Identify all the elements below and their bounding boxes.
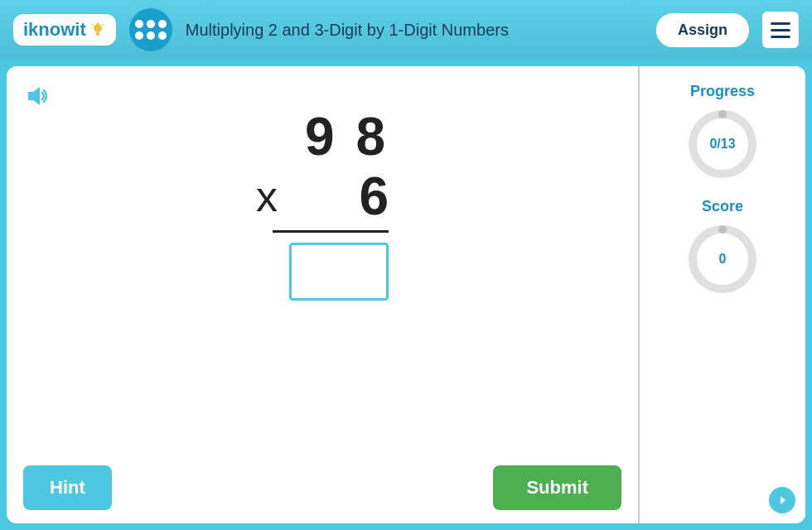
right-panel: Progress 0/13 Score 0 bbox=[640, 66, 805, 523]
menu-button[interactable] bbox=[762, 12, 799, 48]
main-area: 9 8 x 6 Hint Submit Progress bbox=[0, 60, 812, 530]
assign-button[interactable]: Assign bbox=[656, 13, 749, 47]
score-circle: 0 bbox=[685, 222, 760, 296]
dice-dot bbox=[147, 20, 155, 28]
math-problem: 9 8 x 6 bbox=[23, 108, 621, 507]
answer-box[interactable] bbox=[289, 243, 389, 301]
logo-text: iknowit bbox=[23, 19, 86, 41]
progress-label: Progress bbox=[690, 83, 755, 100]
sound-button[interactable] bbox=[23, 83, 50, 114]
multiplier-number: 6 bbox=[359, 166, 389, 227]
svg-line-4 bbox=[102, 24, 104, 26]
score-section: Score 0 bbox=[685, 198, 760, 296]
score-value: 0 bbox=[719, 252, 727, 267]
progress-value: 0/13 bbox=[709, 137, 735, 152]
svg-marker-5 bbox=[28, 87, 40, 105]
lesson-title: Multiplying 2 and 3-Digit by 1-Digit Num… bbox=[186, 21, 643, 40]
bottom-buttons: Hint Submit bbox=[7, 452, 638, 523]
hamburger-line-2 bbox=[771, 29, 790, 31]
svg-point-0 bbox=[94, 24, 102, 32]
dice-dot bbox=[158, 31, 167, 40]
dice-dot bbox=[147, 31, 155, 40]
submit-button[interactable]: Submit bbox=[493, 465, 621, 510]
next-button[interactable] bbox=[769, 487, 795, 513]
top-number: 9 8 bbox=[256, 108, 389, 166]
hint-button[interactable]: Hint bbox=[23, 465, 112, 510]
dice-dot bbox=[135, 31, 143, 40]
dice-dot bbox=[135, 20, 143, 28]
division-line bbox=[273, 230, 389, 233]
logo: iknowit bbox=[13, 14, 116, 46]
hamburger-line-1 bbox=[771, 22, 790, 25]
score-label: Score bbox=[702, 198, 743, 215]
bulb-icon bbox=[89, 22, 106, 38]
multiplier-row: x 6 bbox=[256, 166, 389, 227]
content-wrapper: 9 8 x 6 Hint Submit Progress bbox=[7, 66, 805, 523]
progress-circle: 0/13 bbox=[685, 107, 760, 181]
lesson-icon bbox=[129, 8, 172, 51]
progress-section: Progress 0/13 bbox=[685, 83, 760, 181]
dice-dot bbox=[158, 20, 167, 28]
hamburger-line-3 bbox=[771, 36, 790, 38]
svg-rect-1 bbox=[96, 32, 99, 36]
times-symbol: x bbox=[256, 171, 278, 221]
header: iknowit Multiplying 2 and 3-Digit by 1-D… bbox=[0, 0, 812, 60]
svg-line-3 bbox=[92, 24, 94, 26]
left-panel: 9 8 x 6 Hint Submit bbox=[7, 66, 640, 523]
